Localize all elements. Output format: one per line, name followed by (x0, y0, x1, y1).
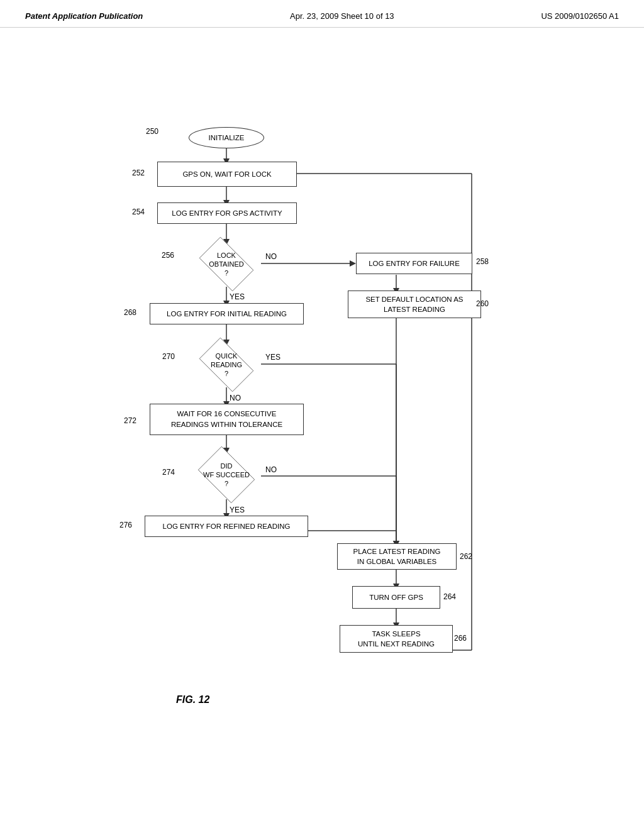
label-274: 274 (162, 468, 175, 477)
page-header: Patent Application Publication Apr. 23, … (0, 0, 644, 28)
label-256: 256 (162, 251, 174, 260)
node-log-gps: LOG ENTRY FOR GPS ACTIVITY (157, 202, 297, 224)
node-wait-16: WAIT FOR 16 CONSECUTIVE READINGS WITHIN … (150, 404, 304, 435)
header-right: US 2009/0102650 A1 (541, 11, 619, 21)
header-center: Apr. 23, 2009 Sheet 10 of 13 (290, 11, 394, 21)
label-262: 262 (460, 552, 472, 561)
node-initialize: INITIALIZE (189, 127, 264, 148)
label-252: 252 (132, 169, 145, 177)
node-task-sleeps: TASK SLEEPS UNTIL NEXT READING (340, 625, 453, 653)
fig-caption: FIG. 12 (176, 694, 209, 706)
node-turn-off: TURN OFF GPS (352, 586, 440, 609)
header-left: Patent Application Publication (25, 11, 143, 21)
node-log-initial: LOG ENTRY FOR INITIAL READING (150, 303, 304, 324)
svg-text:YES: YES (230, 506, 245, 514)
svg-text:NO: NO (230, 394, 241, 402)
label-254: 254 (132, 208, 145, 216)
label-268: 268 (124, 308, 136, 317)
node-log-failure: LOG ENTRY FOR FAILURE (356, 253, 472, 274)
svg-text:NO: NO (265, 252, 277, 261)
label-270: 270 (162, 352, 175, 361)
label-250: 250 (146, 127, 158, 136)
svg-text:NO: NO (265, 465, 277, 474)
node-did-wf: DID WF SUCCEED ? (191, 450, 262, 499)
label-276: 276 (119, 521, 132, 529)
svg-text:YES: YES (230, 292, 245, 301)
label-264: 264 (443, 592, 456, 601)
node-place-latest: PLACE LATEST READING IN GLOBAL VARIABLES (337, 543, 457, 570)
node-set-default: SET DEFAULT LOCATION AS LATEST READING (348, 290, 481, 318)
flow-arrows: NO YES YES NO NO YES (0, 28, 644, 807)
svg-marker-7 (350, 260, 356, 267)
node-lock-obtained: LOCK OBTAINED ? (191, 241, 262, 287)
node-log-refined: LOG ENTRY FOR REFINED READING (145, 516, 308, 537)
label-260: 260 (476, 299, 489, 308)
label-266: 266 (454, 634, 467, 643)
label-272: 272 (124, 416, 136, 425)
node-gps-on: GPS ON, WAIT FOR LOCK (157, 162, 297, 187)
node-quick-reading: QUICK READING ? (191, 342, 262, 387)
svg-text:YES: YES (265, 353, 280, 362)
diagram-area: NO YES YES NO NO YES INITIALIZE 250 GPS … (0, 28, 644, 807)
label-258: 258 (476, 257, 489, 266)
